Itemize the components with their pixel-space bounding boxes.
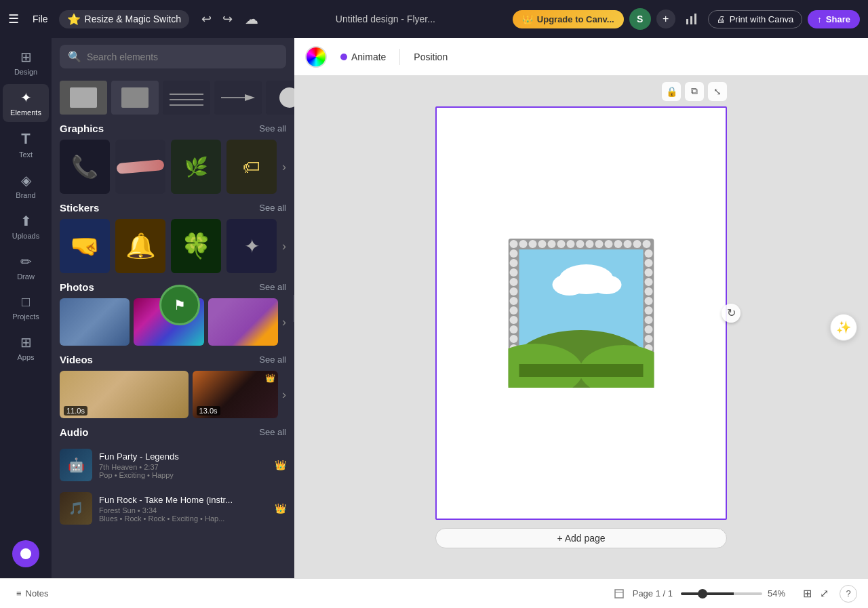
sidebar-item-projects[interactable]: □ Projects bbox=[3, 289, 49, 326]
toolbar-divider bbox=[399, 49, 400, 65]
share-icon: ↑ bbox=[817, 14, 822, 24]
svg-point-47 bbox=[510, 325, 518, 333]
svg-point-48 bbox=[510, 335, 518, 343]
svg-point-54 bbox=[645, 268, 653, 277]
crown-badge-audio-2: 👑 bbox=[275, 503, 286, 514]
sidebar-dot-button[interactable] bbox=[12, 540, 39, 567]
file-menu[interactable]: File bbox=[27, 11, 54, 27]
photo-item-denim[interactable] bbox=[60, 298, 130, 346]
sidebar-item-text[interactable]: T Text bbox=[3, 125, 49, 164]
print-label: Print with Canva bbox=[730, 14, 794, 24]
video-item-1[interactable]: 11.0s bbox=[60, 371, 189, 418]
stickers-see-all[interactable]: See all bbox=[259, 203, 286, 213]
sticker-item-bell[interactable]: 🔔 bbox=[115, 219, 165, 273]
sticker-item-hand[interactable]: 🤜 bbox=[60, 219, 110, 273]
svg-point-59 bbox=[645, 316, 653, 324]
add-collaborator-button[interactable]: + bbox=[656, 9, 675, 28]
fullscreen-button[interactable]: ⤡ bbox=[708, 82, 727, 101]
svg-point-56 bbox=[645, 287, 653, 296]
photos-next-arrow[interactable]: › bbox=[282, 315, 286, 329]
undo-button[interactable]: ↩ bbox=[197, 9, 216, 29]
lock-button[interactable]: 🔒 bbox=[662, 82, 681, 101]
audio-meta1-1: 7th Heaven • 2:37 bbox=[99, 463, 268, 471]
position-button[interactable]: Position bbox=[408, 49, 453, 65]
audio-see-all[interactable]: See all bbox=[259, 427, 286, 437]
stamp-element[interactable] bbox=[509, 239, 654, 388]
photo-item-flower[interactable] bbox=[208, 298, 278, 346]
hamburger-icon[interactable]: ☰ bbox=[8, 12, 19, 26]
expand-view-button[interactable]: ⤢ bbox=[817, 584, 831, 603]
topbar-right: 👑 Upgrade to Canv... S + 🖨 Print with Ca… bbox=[513, 8, 860, 30]
thumb-5[interactable] bbox=[266, 81, 294, 115]
audio-item-1[interactable]: 🤖 Fun Party - Legends 7th Heaven • 2:37 … bbox=[60, 443, 286, 487]
graphic-item-brush[interactable] bbox=[115, 140, 165, 194]
audio-item-2[interactable]: 🎵 Fun Rock - Take Me Home (instr... Fore… bbox=[60, 487, 286, 530]
share-button[interactable]: ↑ Share bbox=[808, 10, 860, 28]
photos-see-all[interactable]: See all bbox=[259, 282, 286, 292]
sidebar-item-uploads[interactable]: ⬆ Uploads bbox=[3, 207, 49, 245]
notes-label: Notes bbox=[26, 588, 49, 599]
canvas-workspace-inner: 🔒 ⧉ ⤡ bbox=[435, 106, 727, 548]
svg-point-58 bbox=[645, 306, 653, 315]
elements-icon: ✦ bbox=[20, 89, 32, 106]
stickers-next-arrow[interactable]: › bbox=[282, 239, 286, 254]
audio-title-1: Fun Party - Legends bbox=[99, 451, 268, 462]
show-pages-btn[interactable] bbox=[614, 588, 625, 599]
search-input[interactable] bbox=[87, 52, 278, 62]
sticker-item-clover[interactable]: 🍀 bbox=[171, 219, 221, 273]
notes-button[interactable]: ≡ Notes bbox=[11, 586, 54, 601]
redo-button[interactable]: ↪ bbox=[218, 9, 237, 29]
stamp-svg bbox=[509, 239, 654, 388]
grid-view-button[interactable]: ⊞ bbox=[800, 584, 814, 603]
svg-rect-0 bbox=[686, 19, 688, 24]
sidebar-item-elements[interactable]: ✦ Elements bbox=[3, 84, 49, 122]
graphics-see-all[interactable]: See all bbox=[259, 123, 286, 134]
document-title[interactable]: Untitled design - Flyer... bbox=[330, 11, 441, 27]
print-button[interactable]: 🖨 Print with Canva bbox=[708, 10, 803, 28]
add-page-button[interactable]: + Add page bbox=[435, 528, 727, 548]
graphic-item-tag[interactable]: 🏷 bbox=[226, 140, 277, 194]
videos-section-header: Videos See all bbox=[60, 354, 286, 365]
help-button[interactable]: ? bbox=[840, 585, 857, 603]
zoom-slider[interactable] bbox=[681, 592, 762, 595]
hide-panel-button[interactable]: ‹ bbox=[293, 295, 294, 322]
magic-switch-button[interactable]: ⭐ Resize & Magic Switch bbox=[59, 10, 189, 28]
audio-thumb-1: 🤖 bbox=[60, 449, 92, 481]
thumb-1[interactable] bbox=[60, 81, 107, 115]
thumb-3[interactable] bbox=[163, 81, 210, 115]
magic-float-btn[interactable]: ✨ bbox=[830, 314, 857, 341]
sidebar-item-apps[interactable]: ⊞ Apps bbox=[3, 329, 49, 367]
svg-point-67 bbox=[553, 274, 587, 296]
svg-point-39 bbox=[510, 249, 518, 258]
sidebar-item-brand[interactable]: ◈ Brand bbox=[3, 167, 49, 205]
color-wheel[interactable] bbox=[305, 46, 327, 68]
videos-see-all[interactable]: See all bbox=[259, 354, 286, 365]
graphic-item-leaf[interactable]: 🌿 bbox=[171, 140, 221, 194]
thumb-4[interactable] bbox=[214, 81, 262, 115]
upgrade-label: Upgrade to Canv... bbox=[537, 14, 614, 24]
avatar[interactable]: S bbox=[629, 8, 651, 30]
svg-point-42 bbox=[510, 278, 518, 286]
animate-dot bbox=[340, 54, 347, 60]
panel-scroll[interactable]: › Graphics See all 📞 🌿 🏷 bbox=[52, 75, 294, 578]
video-item-2[interactable]: 13.0s 👑 bbox=[193, 371, 278, 418]
animate-button[interactable]: Animate bbox=[335, 49, 391, 65]
thumb-2[interactable] bbox=[111, 81, 159, 115]
copy-button[interactable]: ⧉ bbox=[685, 82, 704, 101]
sticker-item-star[interactable]: ✦ bbox=[226, 219, 277, 273]
audio-meta2-1: Pop • Exciting • Happy bbox=[99, 471, 268, 479]
sidebar-item-draw[interactable]: ✏ Draw bbox=[3, 248, 49, 286]
analytics-button[interactable] bbox=[681, 9, 703, 28]
upgrade-button[interactable]: 👑 Upgrade to Canv... bbox=[513, 10, 624, 28]
graphics-next-arrow[interactable]: › bbox=[282, 160, 286, 174]
bottom-bar: ≡ Notes Page 1 / 1 54% ⊞ ⤢ ? bbox=[0, 578, 868, 608]
canvas-page[interactable] bbox=[435, 106, 727, 520]
graphic-item-phone[interactable]: 📞 bbox=[60, 140, 110, 194]
audio-info-1: Fun Party - Legends 7th Heaven • 2:37 Po… bbox=[99, 451, 268, 479]
stickers-section-header: Stickers See all bbox=[60, 202, 286, 214]
rotate-handle[interactable]: ↻ bbox=[722, 304, 741, 323]
videos-next-arrow[interactable]: › bbox=[282, 388, 286, 402]
workspace[interactable]: 🔒 ⧉ ⤡ bbox=[294, 76, 868, 578]
sidebar-item-design[interactable]: ⊞ Design bbox=[3, 43, 49, 81]
svg-marker-7 bbox=[245, 94, 255, 101]
